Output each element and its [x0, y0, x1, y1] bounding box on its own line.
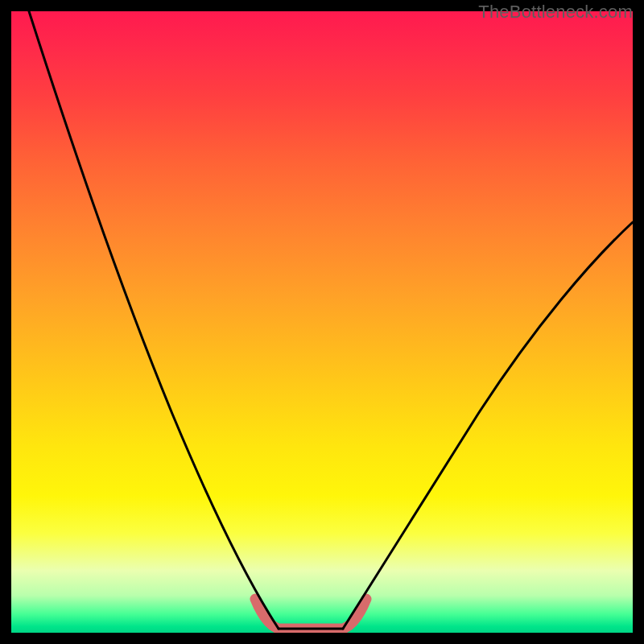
- curve-right: [343, 222, 633, 629]
- bottleneck-chart-curves: [11, 11, 633, 633]
- valley-highlight: [255, 599, 366, 629]
- curve-left: [29, 11, 279, 629]
